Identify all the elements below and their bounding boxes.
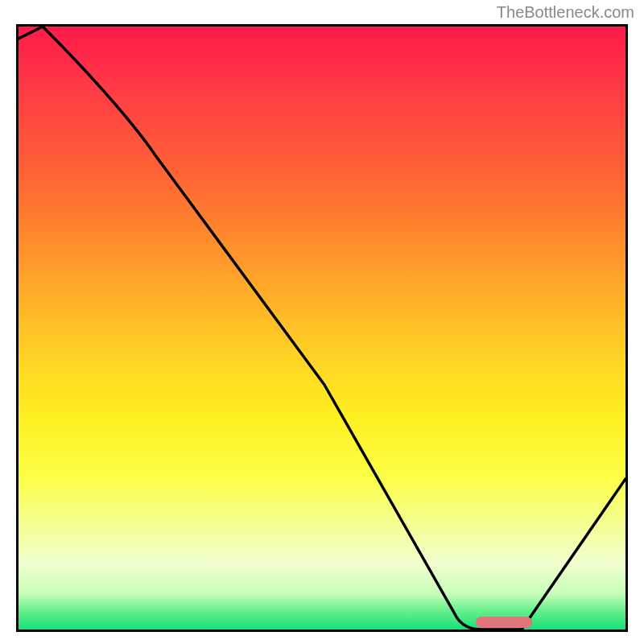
canvas: TheBottleneck.com xyxy=(0,0,644,644)
bottleneck-curve xyxy=(19,27,625,630)
curve-path xyxy=(19,27,625,630)
plot-area xyxy=(16,24,628,632)
watermark-text: TheBottleneck.com xyxy=(497,3,634,22)
optimum-marker xyxy=(476,617,532,628)
